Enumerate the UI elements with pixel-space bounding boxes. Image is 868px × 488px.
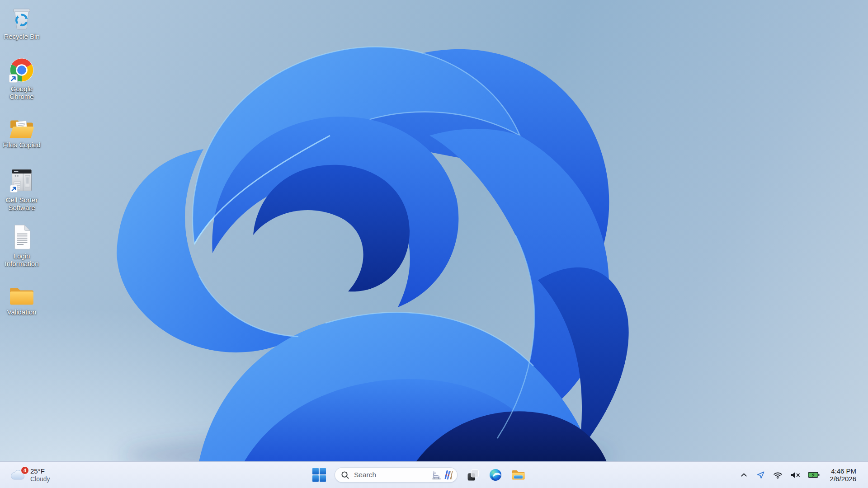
taskbar-center-group: Search	[309, 462, 528, 488]
desktop-icon-login-information[interactable]: Login Information	[0, 222, 43, 267]
volume-indicator[interactable]	[789, 467, 801, 483]
weather-temperature: 25°F	[30, 467, 50, 475]
desktop: Recycle Bin Google Chrome	[0, 0, 868, 461]
desktop-icon-recycle-bin[interactable]: Recycle Bin	[0, 3, 43, 40]
clock-date: 2/6/2026	[830, 475, 856, 483]
shortcut-arrow-badge	[10, 185, 17, 192]
ice-skate-icon	[431, 470, 442, 480]
weather-condition: Cloudy	[30, 475, 50, 483]
taskbar: 4 25°F Cloudy Search	[0, 461, 868, 488]
desktop-icon-label: Google Chrome	[1, 85, 42, 100]
search-placeholder: Search	[354, 471, 376, 479]
chrome-icon	[9, 57, 35, 83]
weather-icon-wrap: 4	[10, 468, 26, 482]
battery-charging-icon	[808, 472, 820, 478]
skis-icon	[443, 470, 453, 480]
clock[interactable]: 4:46 PM 2/6/2026	[830, 467, 856, 483]
desktop-icon-label: Recycle Bin	[4, 33, 39, 40]
location-indicator[interactable]	[755, 467, 766, 483]
search-seasonal-decor	[431, 470, 453, 480]
weather-widget[interactable]: 4 25°F Cloudy	[5, 462, 55, 488]
desktop-icon-google-chrome[interactable]: Google Chrome	[0, 55, 43, 100]
shortcut-arrow-badge	[9, 75, 17, 83]
microsoft-edge-button[interactable]	[486, 465, 505, 485]
folder-icon	[9, 285, 35, 306]
wifi-icon	[773, 471, 783, 479]
recycle-bin-icon	[10, 4, 33, 31]
edge-icon	[489, 469, 502, 481]
file-explorer-button[interactable]	[508, 465, 528, 485]
task-view-icon	[467, 469, 479, 481]
desktop-icon-label: Validation	[7, 308, 37, 316]
weather-text: 25°F Cloudy	[30, 467, 50, 483]
cell-sorter-instrument-icon	[9, 167, 34, 194]
search-icon	[341, 471, 349, 479]
desktop-icon-label: Cell Sorter Software	[1, 196, 42, 211]
battery-indicator[interactable]	[807, 467, 821, 483]
desktop-icon-files-copied[interactable]: Files Copied	[0, 111, 43, 149]
volume-muted-icon	[790, 471, 800, 479]
task-view-button[interactable]	[463, 465, 483, 485]
windows-start-icon	[312, 468, 326, 482]
text-document-icon	[11, 224, 32, 250]
wallpaper-bloom-image	[0, 0, 868, 462]
start-button[interactable]	[309, 465, 329, 485]
notification-badge: 4	[21, 466, 29, 474]
tray-overflow-button[interactable]	[739, 467, 749, 483]
search-box[interactable]: Search	[335, 467, 458, 483]
desktop-icon-label: Login Information	[1, 252, 42, 267]
system-tray: 4:46 PM 2/6/2026	[739, 462, 868, 488]
location-arrow-icon	[756, 470, 765, 480]
chevron-up-icon	[740, 471, 748, 479]
folder-with-documents-icon	[9, 117, 35, 139]
desktop-icon-label: Files Copied	[3, 141, 40, 149]
network-indicator[interactable]	[772, 467, 783, 483]
clock-time: 4:46 PM	[831, 467, 856, 475]
desktop-icon-validation[interactable]: Validation	[0, 278, 43, 316]
file-explorer-icon	[511, 469, 525, 481]
desktop-icon-cell-sorter-software[interactable]: Cell Sorter Software	[0, 166, 43, 211]
